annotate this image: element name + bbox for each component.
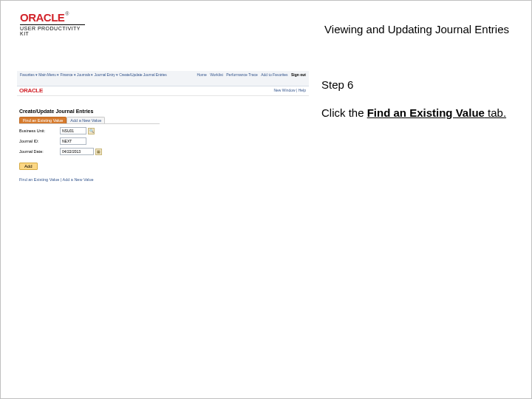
mini-add-button: Add xyxy=(19,163,38,170)
embedded-screenshot: Favorites ▾ Main Menu ▾ Finance ▾ Journa… xyxy=(17,71,309,185)
mini-jid-label: Journal ID: xyxy=(19,139,60,143)
oracle-logo-text: ORACLE xyxy=(20,11,64,24)
mini-bu-value: NSU01 xyxy=(60,127,86,134)
step-number: Step 6 xyxy=(321,78,516,91)
instruction-text: Click the Find an Existing Value tab. xyxy=(321,106,516,120)
mini-top-links: Home Worklist Performance Trace Add to F… xyxy=(194,72,306,77)
mini-bu-label: Business Unit: xyxy=(19,129,60,133)
mini-breadcrumb: Favorites ▾ Main Menu ▾ Finance ▾ Journa… xyxy=(20,72,167,77)
instruction-suffix: tab. xyxy=(485,106,506,119)
upk-sublabel: USER PRODUCTIVITY KIT xyxy=(20,24,85,36)
mini-tab-add-new: Add a New Value xyxy=(66,117,105,123)
page-header: ORACLE® USER PRODUCTIVITY KIT Viewing an… xyxy=(1,1,531,45)
oracle-tm: ® xyxy=(65,11,69,16)
mini-logo-row: ORACLE New Window | Help xyxy=(17,86,309,96)
mini-jdate-label: Journal Date: xyxy=(19,149,60,154)
mini-calendar-icon: ▦ xyxy=(95,149,102,155)
mini-topbar: Favorites ▾ Main Menu ▾ Finance ▾ Journa… xyxy=(17,71,309,86)
mini-link-signout: Sign out xyxy=(291,72,306,77)
instruction-tab-name: Find an Existing Value xyxy=(367,106,485,119)
mini-jdate-value: 04/22/2013 xyxy=(60,148,94,155)
mini-row-jid: Journal ID: NEXT xyxy=(19,137,309,145)
mini-link-home: Home xyxy=(197,72,206,77)
mini-link-fav: Add to Favorites xyxy=(261,72,287,77)
mini-link-worklist: Worklist xyxy=(210,72,223,77)
mini-tab-find-existing: Find an Existing Value xyxy=(19,117,66,123)
mini-link-ptrace: Performance Trace xyxy=(226,72,258,77)
oracle-brand-block: ORACLE® USER PRODUCTIVITY KIT xyxy=(20,11,85,36)
mini-jid-value: NEXT xyxy=(60,137,86,145)
mini-oracle-logo: ORACLE xyxy=(19,87,43,94)
mini-tabs: Find an Existing Value Add a New Value xyxy=(19,117,309,123)
page-title: Viewing and Updating Journal Entries xyxy=(324,23,509,35)
instruction-prefix: Click the xyxy=(321,106,367,119)
mini-row-bu: Business Unit: NSU01 🔍 xyxy=(19,127,309,134)
mini-newwindow-link: New Window | Help xyxy=(273,88,306,92)
mini-lookup-icon: 🔍 xyxy=(88,128,95,134)
instruction-panel: Step 6 Click the Find an Existing Value … xyxy=(311,71,531,398)
mini-page-title: Create/Update Journal Entries xyxy=(19,109,309,114)
mini-row-jdate: Journal Date: 04/22/2013 ▦ xyxy=(19,148,309,155)
mini-footer-link: Find an Existing Value | Add a New Value xyxy=(19,177,309,182)
